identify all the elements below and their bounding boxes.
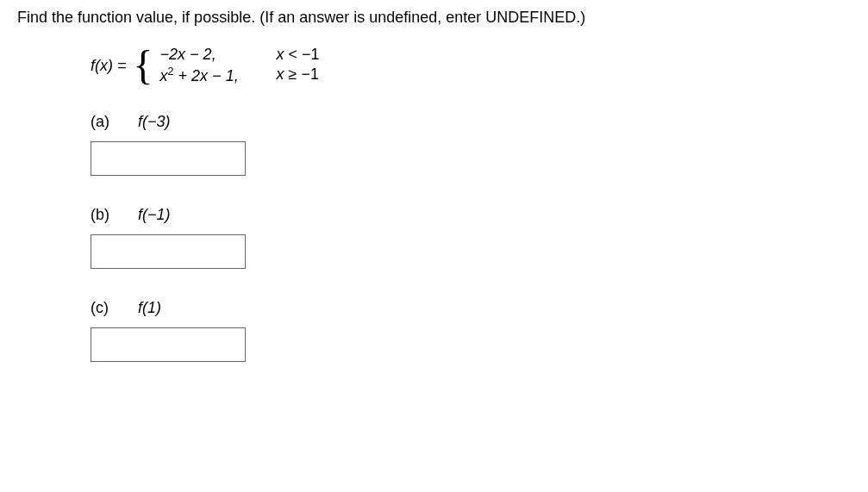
function-name-f: f [91,57,95,74]
part-a-input[interactable] [95,146,245,173]
piece2-cond-op: ≥ [284,65,302,83]
piece2-cond-var: x [277,65,284,83]
piece2-rest: + 2x − 1, [174,67,239,84]
part-c-input[interactable] [95,332,245,359]
piece2-cond-val: −1 [301,65,319,83]
instruction-text: Find the function value, if possible. (I… [17,9,851,27]
piece1-condition: x < −1 [277,46,363,64]
function-var-x: x [100,57,108,74]
piece1-cond-var: x [277,46,284,63]
piece1-expression: −2x − 2, [160,46,277,64]
part-c-question: f(1) [138,299,161,316]
part-c-answer-box[interactable] [91,327,246,362]
function-label: f(x) = [91,57,127,75]
function-equals: ) = [108,57,127,74]
piece2-sup: 2 [168,65,174,78]
piece1-cond-val: −1 [302,46,320,63]
piece1-expr-text: −2x − 2, [160,46,216,63]
function-definition: f(x) = { −2x − 2, x < −1 x2 + 2x − 1, x … [91,44,851,87]
part-a-answer-box[interactable] [91,141,246,176]
piece-row-1: −2x − 2, x < −1 [160,46,363,64]
piece1-cond-op: < [284,46,303,63]
part-a: (a) f(−3) [91,113,851,176]
part-b-arg: (−1) [142,206,171,223]
part-b-label: (b) [91,206,134,224]
piece2-x: x [160,67,168,84]
part-c-arg: (1) [142,299,161,316]
part-b-input[interactable] [95,239,245,266]
part-b-question: f(−1) [138,206,171,223]
part-a-label: (a) [91,113,134,131]
part-c: (c) f(1) [91,299,851,362]
piece2-expression: x2 + 2x − 1, [160,65,277,85]
part-b: (b) f(−1) [91,206,851,269]
part-c-label: (c) [91,299,134,317]
part-a-question: f(−3) [138,113,171,130]
piecewise-cases: −2x − 2, x < −1 x2 + 2x − 1, x ≥ −1 [160,44,363,87]
piecewise-brace: { [134,47,153,84]
part-b-answer-box[interactable] [91,234,246,269]
part-a-arg: (−3) [142,113,171,130]
piece2-condition: x ≥ −1 [277,65,363,85]
piece-row-2: x2 + 2x − 1, x ≥ −1 [160,65,363,85]
